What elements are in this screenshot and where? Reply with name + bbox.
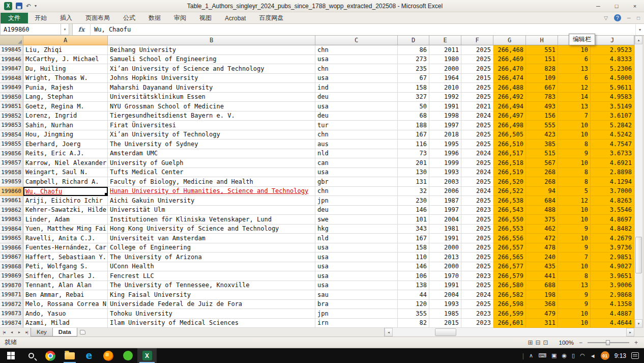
cell[interactable]: 3.6107: [591, 111, 634, 121]
cell[interactable]: 146: [398, 262, 429, 272]
cell[interactable]: 266,538: [493, 196, 526, 206]
cell[interactable]: 156: [526, 111, 558, 121]
cell[interactable]: 116: [398, 139, 429, 149]
cell[interactable]: 266,474: [493, 74, 526, 83]
cell[interactable]: Kehrer-Sawatzki, Hilde: [23, 206, 108, 215]
cell[interactable]: 4.8263: [591, 196, 634, 206]
cell[interactable]: usa: [315, 271, 398, 281]
cell[interactable]: 7: [558, 253, 591, 262]
cell[interactable]: 110: [398, 253, 429, 262]
cell[interactable]: 5.2306: [591, 64, 634, 74]
cell[interactable]: Tennant, Alan Alan: [23, 281, 108, 291]
cell[interactable]: Hou, Jingming: [23, 130, 108, 140]
volume-icon[interactable]: ◄: [590, 353, 596, 359]
cell[interactable]: 5.9611: [591, 83, 634, 93]
horizontal-scroll-track[interactable]: [393, 328, 626, 337]
cell[interactable]: 2025: [461, 121, 493, 130]
cell[interactable]: 1987: [429, 196, 461, 206]
cell[interactable]: 4.2679: [591, 234, 634, 243]
cell[interactable]: usa: [315, 243, 398, 253]
cell[interactable]: 266,579: [493, 271, 526, 281]
row-header[interactable]: 199856: [0, 149, 23, 159]
cell[interactable]: 266,494: [493, 102, 526, 111]
cell[interactable]: 3.5546: [591, 206, 634, 215]
taskbar-chrome-button[interactable]: [41, 348, 60, 363]
cell[interactable]: 266,518: [493, 158, 526, 168]
cell[interactable]: 266,557: [493, 243, 526, 253]
cell[interactable]: 266,601: [493, 319, 526, 328]
cell[interactable]: 109: [526, 74, 558, 83]
cell[interactable]: 2025: [461, 55, 493, 65]
column-header-G[interactable]: G: [493, 36, 526, 45]
cell[interactable]: 10: [558, 121, 591, 130]
cell[interactable]: 488: [526, 206, 558, 215]
column-header-C[interactable]: C: [315, 36, 398, 45]
insert-worksheet-icon[interactable]: [77, 328, 89, 337]
cell[interactable]: 86: [398, 45, 429, 55]
cell[interactable]: 2025: [461, 93, 493, 102]
row-header[interactable]: 199857: [0, 158, 23, 168]
cell[interactable]: Hong Kong University of Science and Tech…: [108, 225, 315, 234]
column-header-B[interactable]: B: [108, 36, 315, 45]
zoom-in-icon[interactable]: +: [633, 339, 639, 346]
cell[interactable]: 10: [558, 262, 591, 272]
cell[interactable]: tur: [315, 121, 398, 130]
cell[interactable]: 266,582: [493, 290, 526, 300]
cell[interactable]: Ariji, Eiichiro Ichir: [23, 196, 108, 206]
cell[interactable]: 158: [398, 83, 429, 93]
cell[interactable]: 1995: [429, 139, 461, 149]
save-icon[interactable]: [16, 3, 22, 9]
cell[interactable]: 1997: [429, 121, 461, 130]
cell[interactable]: 1996: [429, 149, 461, 159]
cell[interactable]: Universidade Federal de Juiz de Fora: [108, 300, 315, 310]
cell[interactable]: 266,505: [493, 130, 526, 140]
cell[interactable]: Samueli School of Engineering: [108, 55, 315, 65]
cell[interactable]: 327: [398, 93, 429, 102]
cell[interactable]: 2.9868: [591, 290, 634, 300]
cell[interactable]: 2025: [461, 225, 493, 234]
cell[interactable]: 5.2842: [591, 121, 634, 130]
cell[interactable]: 688: [526, 281, 558, 291]
cell[interactable]: chn: [315, 64, 398, 74]
tab-视图[interactable]: 视图: [193, 13, 218, 23]
cell[interactable]: 551: [526, 45, 558, 55]
cell[interactable]: 8: [558, 177, 591, 187]
cell[interactable]: 10: [558, 215, 591, 225]
cell[interactable]: 266,550: [493, 215, 526, 225]
cell[interactable]: Firat Üniversitesi: [108, 121, 315, 130]
cell[interactable]: 472: [526, 234, 558, 243]
cell[interactable]: 106: [398, 271, 429, 281]
row-header[interactable]: 199869: [0, 271, 23, 281]
insert-function-icon[interactable]: fx: [72, 24, 91, 35]
row-header[interactable]: 199868: [0, 262, 23, 272]
cell[interactable]: 684: [526, 196, 558, 206]
cell[interactable]: 167: [398, 130, 429, 140]
cell[interactable]: 266,497: [493, 111, 526, 121]
taskbar-edge-button[interactable]: e: [79, 348, 99, 363]
cell[interactable]: 2.9523: [591, 45, 634, 55]
window-restore-icon[interactable]: □: [637, 15, 640, 21]
cell[interactable]: 14: [558, 93, 591, 102]
zoom-out-icon[interactable]: −: [577, 339, 584, 346]
cell[interactable]: 3.9006: [591, 281, 634, 291]
cell[interactable]: 138: [398, 281, 429, 291]
zoom-slider[interactable]: [588, 340, 629, 346]
taskbar-file-explorer-button[interactable]: [60, 348, 79, 363]
cell[interactable]: 131: [398, 177, 429, 187]
cell[interactable]: 478: [526, 243, 558, 253]
cell[interactable]: 10: [558, 309, 591, 319]
cell[interactable]: 2000: [429, 64, 461, 74]
cell[interactable]: Sahin, Nurhan: [23, 121, 108, 130]
cell[interactable]: 2023: [461, 206, 493, 215]
cell[interactable]: deu: [315, 111, 398, 121]
cell[interactable]: 266,470: [493, 64, 526, 74]
cell[interactable]: Yuen, Matthew Ming Fai: [23, 225, 108, 234]
cell[interactable]: 146: [398, 206, 429, 215]
cell[interactable]: The University of Arizona: [108, 253, 315, 262]
zoom-level[interactable]: 100%: [559, 340, 574, 346]
cell[interactable]: usa: [315, 55, 398, 65]
row-header[interactable]: 199850: [0, 93, 23, 102]
cell[interactable]: Xi’an University of Science and Technolo…: [108, 64, 315, 74]
cell[interactable]: 266,522: [493, 187, 526, 197]
cell[interactable]: 82: [398, 319, 429, 328]
